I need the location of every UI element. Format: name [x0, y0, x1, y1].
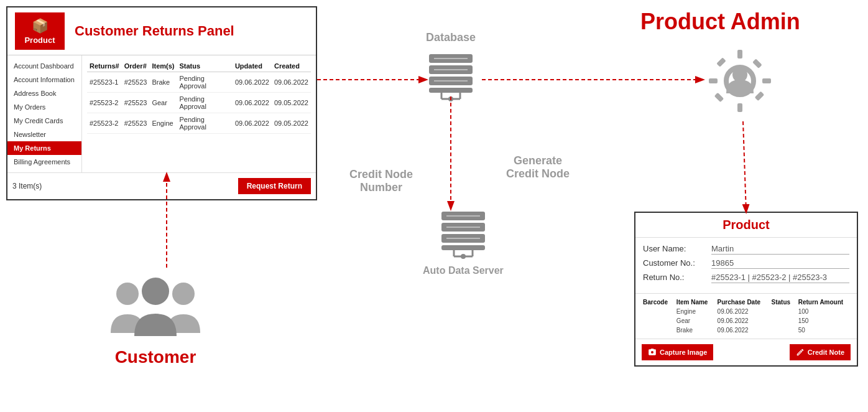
- admin-gear-icon-area: [703, 44, 777, 118]
- customer-label: Customer: [115, 347, 196, 367]
- product-items-table-section: Barcode Item Name Purchase Date Status R…: [635, 294, 857, 339]
- customer-group-icon: [106, 268, 205, 342]
- crp-logo: 📦 Product: [15, 12, 65, 50]
- product-panel-footer: Capture Image Credit Note: [635, 339, 857, 365]
- sidebar-item-address-book[interactable]: Address Book: [7, 87, 81, 100]
- table-row: Engine 09.06.2022 100: [640, 307, 852, 316]
- product-panel: Product User Name: Martin Customer No.: …: [634, 212, 858, 367]
- auto-data-server-area: Auto Data Server: [423, 205, 504, 276]
- camera-icon: [648, 348, 657, 357]
- sidebar-item-account-information[interactable]: Account Information: [7, 73, 81, 87]
- col-items: Item(s): [149, 60, 177, 72]
- col-returns: Returns#: [87, 60, 122, 72]
- field-customer-no: Customer No.: 19865: [643, 258, 849, 269]
- svg-point-32: [172, 283, 195, 305]
- returns-table: Returns# Order# Item(s) Status Updated C…: [87, 60, 311, 134]
- col-created: Created: [272, 60, 311, 72]
- svg-rect-3: [762, 78, 771, 83]
- crp-body: Account Dashboard Account Information Ad…: [7, 55, 316, 172]
- svg-rect-5: [752, 59, 762, 68]
- product-panel-fields: User Name: Martin Customer No.: 19865 Re…: [635, 238, 857, 294]
- field-user-name: User Name: Martin: [643, 244, 849, 255]
- col-updated: Updated: [233, 60, 272, 72]
- sidebar-item-my-orders[interactable]: My Orders: [7, 100, 81, 114]
- svg-point-30: [461, 254, 466, 259]
- logo-label: Product: [24, 35, 55, 45]
- capture-image-button[interactable]: Capture Image: [642, 344, 713, 360]
- sidebar-item-billing-agreements[interactable]: Billing Agreements: [7, 155, 81, 169]
- customer-returns-panel: 📦 Product Customer Returns Panel Account…: [6, 6, 317, 200]
- svg-rect-2: [709, 78, 718, 83]
- svg-rect-6: [714, 93, 724, 103]
- gear-person-icon: [703, 44, 777, 118]
- database-top-area: Database: [423, 31, 479, 104]
- product-icon: 📦: [32, 18, 48, 34]
- customer-area: Customer: [106, 268, 205, 367]
- svg-line-37: [743, 121, 746, 212]
- svg-rect-12: [429, 88, 473, 93]
- request-return-button[interactable]: Request Return: [238, 178, 311, 194]
- field-return-no: Return No.: #25523-1 | #25523-2 | #25523…: [643, 273, 849, 283]
- product-admin-title: Product Admin: [640, 9, 800, 35]
- auto-data-server-label: Auto Data Server: [423, 265, 504, 276]
- svg-point-19: [448, 96, 453, 101]
- crp-main: Returns# Order# Item(s) Status Updated C…: [82, 55, 316, 172]
- generate-credit-node-label: GenerateCredit Node: [497, 154, 578, 180]
- product-panel-title: Product: [635, 213, 857, 238]
- edit-icon: [796, 348, 805, 357]
- database-icon-top: [423, 48, 479, 104]
- svg-rect-7: [755, 91, 765, 101]
- crp-title: Customer Returns Panel: [75, 23, 234, 39]
- table-row: Gear 09.06.2022 150: [640, 316, 852, 325]
- col-order: Order#: [122, 60, 150, 72]
- table-row: #25523-2 #25523 Gear Pending Approval 09…: [87, 93, 311, 113]
- crp-header: 📦 Product Customer Returns Panel: [7, 7, 316, 55]
- database-label: Database: [426, 31, 476, 44]
- sidebar-item-my-credit-cards[interactable]: My Credit Cards: [7, 114, 81, 128]
- credit-note-button[interactable]: Credit Note: [790, 344, 851, 360]
- svg-point-33: [142, 278, 169, 305]
- col-status: Status: [177, 60, 232, 72]
- credit-node-number-label: Credit NodeNumber: [341, 168, 422, 194]
- table-row: #25523-2 #25523 Engine Pending Approval …: [87, 113, 311, 134]
- svg-rect-1: [737, 103, 742, 112]
- svg-rect-0: [737, 50, 742, 59]
- table-row: Brake 09.06.2022 50: [640, 325, 852, 335]
- svg-rect-4: [716, 57, 726, 67]
- product-items-table: Barcode Item Name Purchase Date Status R…: [640, 297, 852, 335]
- svg-rect-23: [441, 245, 485, 250]
- sidebar-item-newsletter[interactable]: Newsletter: [7, 128, 81, 141]
- sidebar-item-account-dashboard[interactable]: Account Dashboard: [7, 59, 81, 73]
- item-count: 3 Item(s): [12, 182, 42, 190]
- crp-sidebar: Account Dashboard Account Information Ad…: [7, 55, 82, 172]
- svg-point-31: [116, 283, 139, 305]
- database-icon-bottom: [435, 205, 491, 261]
- sidebar-item-my-returns[interactable]: My Returns: [7, 141, 81, 155]
- crp-footer: 3 Item(s) Request Return: [7, 172, 316, 199]
- table-row: #25523-1 #25523 Brake Pending Approval 0…: [87, 72, 311, 93]
